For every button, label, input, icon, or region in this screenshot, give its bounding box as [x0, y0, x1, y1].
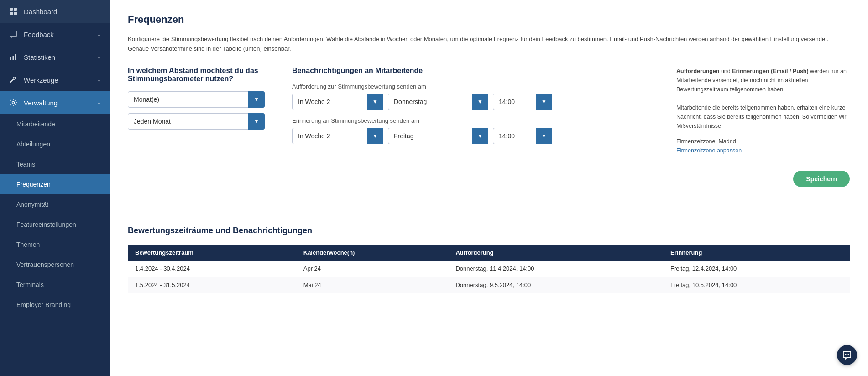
sidebar-item-label: Frequenzen — [16, 181, 101, 188]
sidebar-item-teams[interactable]: Teams — [0, 154, 110, 174]
sidebar-item-label: Werkzeuge — [24, 76, 91, 84]
svg-point-8 — [845, 354, 846, 355]
svg-point-7 — [12, 102, 15, 104]
sidebar-item-featureeinstellungen[interactable]: Featureeinstellungen — [0, 214, 110, 235]
sidebar-item-label: Themen — [16, 241, 101, 248]
main-content: Frequenzen Konfiguriere die Stimmungsbew… — [110, 0, 868, 376]
data-table: Bewertungszeitraum Kalenderwoche(n) Auff… — [128, 245, 850, 293]
chart-icon — [8, 52, 18, 62]
notification-section: Benachrichtigungen an Mitarbeitende Auff… — [292, 67, 649, 155]
sidebar-item-abteilungen[interactable]: Abteilungen — [0, 134, 110, 154]
timezone-info: Firmenzeitzone: Madrid Firmenzeitzone an… — [676, 137, 850, 155]
col-erinnerung: Erinnerung — [663, 245, 850, 261]
interval-section: In welchem Abstand möchtest du das Stimm… — [128, 67, 265, 155]
chevron-down-icon: ⌄ — [97, 77, 101, 83]
svg-rect-5 — [13, 56, 14, 60]
reminder-day-wrapper: Freitag Montag Dienstag Mittwoch Donners… — [388, 128, 488, 144]
sidebar-item-employer-branding[interactable]: Employer Branding — [0, 295, 110, 315]
reminder-week-select[interactable]: In Woche 2 In Woche 1 In Woche 3 In Woch… — [292, 128, 383, 144]
table-header-row: Bewertungszeitraum Kalenderwoche(n) Auff… — [128, 245, 850, 261]
grid-icon — [8, 6, 18, 16]
svg-rect-4 — [10, 57, 11, 60]
sidebar-item-label: Vertrauenspersonen — [16, 261, 101, 268]
frequency-select-wrapper: Jeden Monat Alle 2 Monate Alle 3 Monate … — [128, 113, 265, 130]
sidebar-item-label: Abteilungen — [16, 141, 101, 148]
sidebar-item-label: Mitarbeitende — [16, 120, 101, 128]
sidebar-item-label: Statistiken — [24, 53, 91, 61]
table-row: 1.4.2024 - 30.4.2024Apr 24Donnerstag, 11… — [128, 261, 850, 277]
timezone-link[interactable]: Firmenzeitzone anpassen — [676, 147, 742, 154]
svg-rect-6 — [15, 54, 16, 60]
svg-rect-3 — [14, 12, 17, 15]
sidebar-item-werkzeuge[interactable]: Werkzeuge ⌄ — [0, 68, 110, 91]
info-box: Aufforderungen und Erinnerungen (Email /… — [676, 67, 850, 155]
sidebar-item-vertrauenspersonen[interactable]: Vertrauenspersonen — [0, 255, 110, 275]
reminder-week-wrapper: In Woche 2 In Woche 1 In Woche 3 In Woch… — [292, 128, 383, 144]
chevron-down-icon: ⌄ — [97, 54, 101, 60]
cell-erinnerung: Freitag, 12.4.2024, 14:00 — [663, 261, 850, 277]
sidebar-item-anonymitaet[interactable]: Anonymität — [0, 194, 110, 214]
chat-bubble[interactable] — [837, 345, 857, 365]
col-kalender: Kalenderwoche(n) — [296, 245, 449, 261]
sidebar-item-label: Verwaltung — [24, 99, 91, 107]
chevron-down-icon: ⌄ — [97, 31, 101, 37]
cell-erinnerung: Freitag, 10.5.2024, 14:00 — [663, 277, 850, 293]
sidebar-item-statistiken[interactable]: Statistiken ⌄ — [0, 46, 110, 68]
request-time-wrapper: 14:00 08:00 09:00 10:00 ▼ — [493, 94, 552, 110]
svg-rect-2 — [10, 12, 13, 15]
form-grid: In welchem Abstand möchtest du das Stimm… — [128, 67, 850, 155]
reminder-time-wrapper: 14:00 08:00 09:00 ▼ — [493, 128, 552, 144]
svg-rect-0 — [10, 8, 13, 11]
send-reminder-label: Erinnerung an Stimmungsbewertung senden … — [292, 117, 649, 124]
cell-kalender: Apr 24 — [296, 261, 449, 277]
interval-select-wrapper: Monat(e) Woche(n) ▼ — [128, 91, 265, 108]
table-row: 1.5.2024 - 31.5.2024Mai 24Donnerstag, 9.… — [128, 277, 850, 293]
page-description: Konfiguriere die Stimmungsbewertung flex… — [128, 35, 850, 54]
info-text-erinnerungen: Erinnerungen (Email / Push) — [732, 68, 808, 74]
cell-aufforderung: Donnerstag, 11.4.2024, 14:00 — [448, 261, 663, 277]
col-aufforderung: Aufforderung — [448, 245, 663, 261]
interval-select[interactable]: Monat(e) Woche(n) — [128, 91, 265, 108]
sidebar-item-feedback[interactable]: Feedback ⌄ — [0, 23, 110, 46]
sidebar-item-label: Employer Branding — [16, 301, 101, 308]
col-zeitraum: Bewertungszeitraum — [128, 245, 296, 261]
sidebar-item-label: Teams — [16, 161, 101, 168]
sidebar-item-verwaltung[interactable]: Verwaltung ⌄ — [0, 91, 110, 114]
save-button[interactable]: Speichern — [793, 171, 850, 187]
sidebar: Dashboard Feedback ⌄ Statistiken ⌄ Werkz… — [0, 0, 110, 376]
svg-point-10 — [848, 354, 849, 355]
sidebar-item-terminals[interactable]: Terminals — [0, 275, 110, 295]
reminder-time-select[interactable]: 14:00 08:00 09:00 — [493, 128, 552, 144]
table-section-title: Bewertungszeiträume und Benachrichtigung… — [128, 226, 850, 235]
notification-section-title: Benachrichtigungen an Mitarbeitende — [292, 67, 649, 75]
info-text-line1: Aufforderungen und Erinnerungen (Email /… — [676, 67, 850, 94]
request-day-select[interactable]: Donnerstag Montag Dienstag Mittwoch Frei… — [388, 94, 488, 110]
sidebar-item-label: Feedback — [24, 31, 91, 38]
comment-icon — [8, 29, 18, 39]
frequency-select[interactable]: Jeden Monat Alle 2 Monate Alle 3 Monate — [128, 113, 265, 130]
section-divider — [128, 213, 850, 213]
timezone-label: Firmenzeitzone: Madrid — [676, 137, 850, 146]
save-row: Speichern — [128, 171, 850, 187]
sidebar-item-mitarbeitende[interactable]: Mitarbeitende — [0, 114, 110, 134]
request-row: In Woche 2 In Woche 1 In Woche 3 In Woch… — [292, 94, 649, 110]
settings-icon — [8, 98, 18, 108]
sidebar-item-label: Dashboard — [24, 8, 101, 16]
sidebar-item-themen[interactable]: Themen — [0, 235, 110, 255]
request-week-wrapper: In Woche 2 In Woche 1 In Woche 3 In Woch… — [292, 94, 383, 110]
cell-kalender: Mai 24 — [296, 277, 449, 293]
reminder-day-select[interactable]: Freitag Montag Dienstag Mittwoch Donners… — [388, 128, 488, 144]
sidebar-item-label: Anonymität — [16, 201, 101, 208]
sidebar-item-dashboard[interactable]: Dashboard — [0, 0, 110, 23]
reminder-row: In Woche 2 In Woche 1 In Woche 3 In Woch… — [292, 128, 649, 144]
cell-aufforderung: Donnerstag, 9.5.2024, 14:00 — [448, 277, 663, 293]
svg-rect-1 — [14, 8, 17, 11]
info-text-line2: Mitarbeitende die bereits teilgenommen h… — [676, 103, 850, 131]
send-request-label: Aufforderung zur Stimmungsbewertung send… — [292, 83, 649, 90]
chevron-down-icon: ⌄ — [97, 99, 101, 106]
request-week-select[interactable]: In Woche 2 In Woche 1 In Woche 3 In Woch… — [292, 94, 383, 110]
cell-zeitraum: 1.4.2024 - 30.4.2024 — [128, 261, 296, 277]
interval-section-title: In welchem Abstand möchtest du das Stimm… — [128, 67, 265, 83]
sidebar-item-frequenzen[interactable]: Frequenzen — [0, 174, 110, 194]
request-time-select[interactable]: 14:00 08:00 09:00 10:00 — [493, 94, 552, 110]
